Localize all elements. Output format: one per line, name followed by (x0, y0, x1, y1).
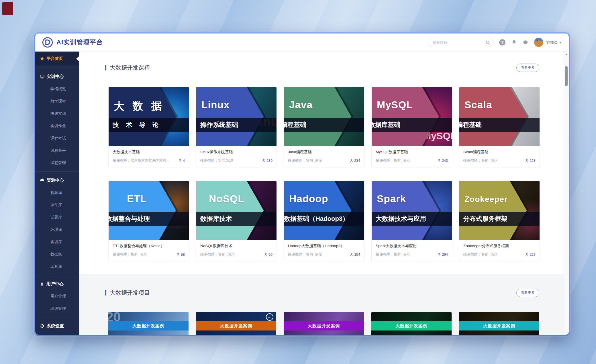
sidebar-item-courseware-library[interactable]: 课件库 (35, 199, 79, 211)
sidebar-group-system-settings[interactable]: 系统设置 (35, 320, 79, 332)
main-content: 大数据开发课程 查看更多 大 数 据 技 术 导 论 大 (79, 52, 569, 335)
sidebar-group-resource-center[interactable]: 资源中心 (35, 174, 79, 186)
course-card[interactable]: ETL 数据整合与处理 ETL数据整合与处理（Kettle） 授课教师：售前_演… (108, 181, 189, 261)
view-more-button[interactable]: 查看更多 (516, 64, 539, 72)
person-icon (437, 159, 441, 162)
sidebar-item-course-backup[interactable]: 课程备份 (35, 144, 79, 157)
scroll-up-arrow[interactable]: ▲ (564, 52, 569, 57)
cover-title: Scala (464, 99, 492, 111)
project-card[interactable]: 大数据开发案例 (371, 312, 452, 335)
enroll-count: 243 (437, 159, 448, 163)
help-icon[interactable]: ? (499, 39, 505, 46)
course-title: NoSQL数据库技术 (200, 243, 272, 249)
cover-title: NoSQL (209, 193, 244, 204)
course-title: Linux操作系统基础 (200, 149, 272, 155)
search-icon[interactable] (485, 40, 490, 45)
sidebar-item-dataset[interactable]: 数据集 (35, 248, 79, 260)
cover-subtitle-band: 技 术 导 论 (109, 118, 189, 132)
sidebar-item-user-management[interactable]: 用户管理 (35, 290, 79, 302)
course-title: Zookeeper分布式服务框架 (463, 243, 536, 249)
sidebar-item-video-library[interactable]: 视频库 (35, 186, 79, 199)
sidebar-item-course-exams[interactable]: 课程考试 (35, 132, 79, 144)
course-card[interactable]: MySQL MySQL 数据库基础 MySQL数据库基础 授课教师：售前_演示 (371, 87, 452, 167)
course-teacher: 授课教师：售前_演示 (200, 252, 234, 257)
cover-subtitle-band: 编程基础 (284, 118, 364, 132)
sidebar-item-teaching-courses[interactable]: 教学课程 (35, 95, 79, 107)
course-teacher: 授课教师：售前_演示 (113, 252, 147, 257)
person-icon (350, 159, 353, 162)
project-card[interactable]: ⋯ 大数据开发案例 (196, 312, 276, 335)
chat-icon[interactable] (523, 40, 528, 45)
app-logo-icon (42, 37, 53, 48)
sidebar-item-label: 平台首页 (47, 56, 63, 61)
course-section: 大数据开发课程 查看更多 大 数 据 技 术 导 论 大 (79, 52, 569, 261)
enroll-count: 234 (350, 159, 360, 163)
person-icon (437, 253, 441, 256)
sidebar-item-tool-library[interactable]: 工具库 (35, 260, 79, 273)
course-card[interactable]: Java 编程基础 Java编程基础 授课教师：售前_演示 234 (284, 87, 364, 167)
avatar[interactable] (534, 38, 543, 47)
course-teacher: 授课教师：售前_演示 (288, 252, 322, 257)
course-title: MySQL数据库基础 (376, 149, 448, 155)
divider (35, 317, 79, 317)
app-header: AI实训管理平台 ? 管理员 ▾ (35, 34, 569, 52)
cover-subtitle-band: 数据库基础 (372, 118, 452, 132)
cloud-icon (40, 178, 44, 182)
enroll-count: 60 (264, 253, 272, 257)
sidebar-group-training-center[interactable]: 实训中心 (35, 70, 79, 83)
course-card[interactable]: Spark 大数据技术与应用 Spark大数据技术与应用 授课教师：售前_演示 … (371, 181, 452, 261)
sidebar-item-training-library[interactable]: 实训库 (35, 236, 79, 248)
project-banner: 大数据开发案例 (284, 321, 364, 330)
sidebar-item-environment-library[interactable]: 环境库 (35, 223, 79, 236)
sidebar: 平台首页 实训中心 学情概览 教学课程 快速实训 实训作业 课程考试 课程备份 … (35, 52, 79, 335)
divider (35, 171, 79, 172)
sidebar-group-label: 实训中心 (47, 74, 64, 79)
cover-subtitle-band: 大数据技术与应用 (372, 212, 452, 226)
cover-title: Spark (377, 193, 406, 204)
bell-icon[interactable] (511, 40, 517, 45)
course-teacher: 授课教师：售前_演示 (463, 252, 497, 257)
enroll-count: 154 (350, 253, 360, 257)
sidebar-item-class-management[interactable]: 班级管理 (35, 302, 79, 315)
course-cover: Hadoop 大数据基础（Hadoop3） (284, 181, 364, 240)
scrollbar-thumb[interactable] (565, 66, 568, 86)
sidebar-item-learning-overview[interactable]: 学情概览 (35, 83, 79, 95)
course-title: Java编程基础 (288, 149, 360, 155)
scrollbar[interactable]: ▲ (564, 52, 569, 335)
course-teacher: 授课教师：售前_演示 (376, 252, 410, 257)
person-icon (350, 253, 353, 256)
sidebar-group-label: 资源中心 (47, 178, 64, 183)
chevron-down-icon[interactable]: ▾ (560, 41, 561, 44)
course-card[interactable]: Scala 编程基础 Scala编程基础 授课教师：售前_演示 228 (459, 87, 540, 167)
enroll-count: 294 (437, 253, 448, 257)
project-card[interactable]: 大数据开发案例 (459, 312, 539, 335)
divider (108, 75, 539, 75)
sidebar-item-training-homework[interactable]: 实训作业 (35, 120, 79, 132)
sidebar-group-user-center[interactable]: 用户中心 (35, 278, 79, 290)
app-title: AI实训管理平台 (56, 38, 103, 47)
course-title: Hadoop大数据基础（Hadoop3） (288, 243, 360, 249)
course-cover: MySQL MySQL 数据库基础 (372, 87, 452, 146)
course-card[interactable]: NoSQL 数据库技术 NoSQL数据库技术 授课教师：售前_演示 60 (196, 181, 277, 261)
course-cover: 大 数 据 技 术 导 论 (109, 87, 189, 146)
course-cover: Zookeeper 分布式服务框架 (459, 181, 540, 240)
project-banner: 大数据开发案例 (459, 321, 539, 330)
divider (35, 68, 79, 68)
sidebar-item-quick-training[interactable]: 快速实训 (35, 107, 79, 120)
sidebar-item-home[interactable]: 平台首页 (35, 52, 79, 65)
title-bar-accent (105, 65, 106, 70)
view-more-button[interactable]: 查看更多 (516, 289, 539, 297)
person-icon (176, 253, 180, 256)
search-input[interactable] (432, 40, 485, 45)
course-card[interactable]: Hadoop 大数据基础（Hadoop3） Hadoop大数据基础（Hadoop… (284, 181, 364, 261)
person-icon (264, 253, 268, 256)
course-card[interactable]: Zookeeper 分布式服务框架 Zookeeper分布式服务框架 授课教师：… (459, 181, 540, 261)
sidebar-item-question-library[interactable]: 试题库 (35, 211, 79, 223)
cover-subtitle-band: 分布式服务框架 (459, 212, 540, 226)
project-card[interactable]: 大数据开发案例 (284, 312, 364, 335)
course-teacher: 授课教师：北京市对外贸易学校教... (113, 158, 169, 163)
project-card[interactable]: 20 大数据开发案例 (108, 312, 189, 335)
course-card[interactable]: Linux Linux 操作系统基础 Linux操作系统基础 授课教师：管理员1… (196, 87, 277, 167)
sidebar-item-course-management[interactable]: 课程管理 (35, 157, 79, 169)
course-card[interactable]: 大 数 据 技 术 导 论 大数据技术基础 授课教师：北京市对外贸易学校教...… (108, 87, 189, 167)
